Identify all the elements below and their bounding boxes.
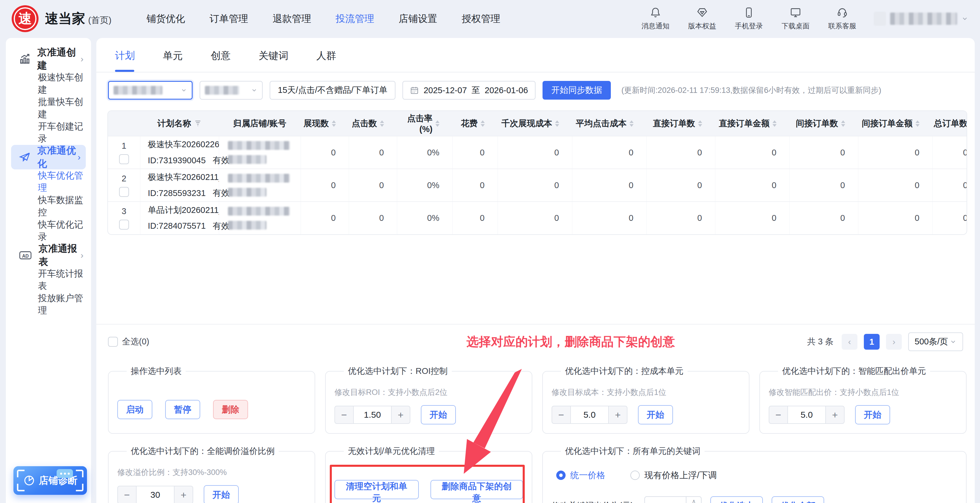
minus-button[interactable]: − — [334, 406, 354, 424]
sidebar-item-optimize-manage[interactable]: 快车优化管理 — [6, 169, 91, 194]
sidebar-item-express-create[interactable]: 极速快车创建 — [6, 71, 91, 96]
current-page[interactable]: 1 — [864, 334, 880, 350]
col-indirect-orders[interactable]: 间接订单数 — [789, 111, 858, 136]
cost-start-button[interactable]: 开始 — [638, 405, 673, 425]
page-size-select[interactable]: 500条/页 — [908, 332, 963, 351]
col-cpc[interactable]: 平均点击成本 — [572, 111, 646, 136]
smart-value[interactable]: 5.0 — [788, 406, 825, 424]
sidebar-item-optimize-records[interactable]: 快车优化记录 — [6, 219, 91, 243]
mobile-login-button[interactable]: 手机登录 — [735, 7, 763, 31]
spin-up-icon[interactable]: ∧ — [686, 497, 701, 503]
nav-item-orders[interactable]: 订单管理 — [210, 12, 248, 26]
roi-start-button[interactable]: 开始 — [421, 405, 456, 425]
app-logo[interactable]: 速 — [12, 5, 38, 32]
premium-start-button[interactable]: 开始 — [204, 485, 239, 503]
col-total-orders[interactable]: 总订单数 — [932, 111, 967, 136]
row-checkbox[interactable] — [119, 187, 129, 197]
nav-item-shop-settings[interactable]: 店铺设置 — [399, 12, 437, 26]
tab-keyword[interactable]: 关键词 — [259, 49, 288, 72]
metric-preset-button[interactable]: 15天/点击/不含赠品/下单订单 — [270, 81, 395, 100]
next-page-button[interactable]: › — [886, 334, 902, 350]
sidebar-item-batch-create[interactable]: 批量快车创建 — [6, 96, 91, 120]
col-indirect-amount[interactable]: 间接订单金额 — [858, 111, 932, 136]
plan-name[interactable]: 单品计划20260211_110... — [148, 204, 219, 216]
cell-ctr: 0% — [397, 136, 452, 169]
sidebar-group-jzt-create[interactable]: 京准通创建 › — [6, 47, 91, 71]
sidebar-group-jzt-optimize[interactable]: 京准通优化 › — [11, 145, 86, 169]
roi-value[interactable]: 1.50 — [354, 406, 391, 424]
radio-uniform-price[interactable]: 统一价格 — [552, 466, 610, 485]
plus-button[interactable]: + — [608, 406, 627, 424]
sidebar-item-create-records[interactable]: 开车创建记录 — [6, 120, 91, 145]
delete-offshelf-creatives-button[interactable]: 删除商品下架的创意 — [431, 480, 523, 499]
col-clicks[interactable]: 点击数 — [349, 111, 397, 136]
tab-unit[interactable]: 单元 — [163, 49, 183, 72]
status-label: 有效 — [213, 220, 230, 232]
shop-select[interactable] — [108, 81, 192, 100]
keyword-price-input[interactable]: 0.50 ∧ ∨ — [644, 496, 702, 503]
pause-button[interactable]: 暂停 — [165, 400, 200, 419]
sidebar-item-data-monitor[interactable]: 快车数据监控 — [6, 194, 91, 219]
sidebar-item-account-manage[interactable]: 投放账户管理 — [6, 292, 91, 317]
cell-cost: 0 — [452, 201, 498, 234]
col-plan-name[interactable]: 计划名称 — [140, 111, 219, 136]
plan-name[interactable]: 极速快车20260226_150... — [148, 139, 219, 150]
cell-total-orders: 0 — [932, 201, 967, 234]
nav-item-authorization[interactable]: 授权管理 — [462, 12, 500, 26]
col-direct-amount[interactable]: 直接订单金额 — [715, 111, 789, 136]
start-button[interactable]: 启动 — [117, 400, 152, 419]
minus-button[interactable]: − — [552, 406, 571, 424]
download-desktop-button[interactable]: 下载桌面 — [781, 7, 810, 31]
smart-start-button[interactable]: 开始 — [855, 405, 890, 425]
cell-cost: 0 — [452, 169, 498, 201]
radio-float-price[interactable]: 现有价格上浮/下调 — [630, 469, 717, 481]
sync-data-button[interactable]: 开始同步数据 — [542, 81, 611, 100]
minus-button[interactable]: − — [769, 406, 788, 424]
col-impressions[interactable]: 展现数 — [301, 111, 349, 136]
chevron-right-icon: › — [81, 54, 83, 64]
premium-value[interactable]: 30 — [137, 486, 174, 503]
plus-button[interactable]: + — [825, 406, 845, 424]
keyword-price-value[interactable]: 0.50 — [645, 497, 686, 503]
col-ctr[interactable]: 点击率(%) — [397, 111, 452, 136]
account-select[interactable] — [200, 81, 262, 100]
account-select-value-redacted — [205, 86, 239, 95]
select-all[interactable]: 全选(0) — [108, 336, 149, 348]
row-checkbox[interactable] — [119, 154, 129, 164]
clear-empty-plans-button[interactable]: 清理空计划和单元 — [334, 480, 419, 499]
nav-item-traffic[interactable]: 投流管理 — [336, 12, 374, 26]
col-cpm[interactable]: 千次展现成本 — [498, 111, 572, 136]
minus-button[interactable]: − — [117, 486, 137, 503]
cell-cpc: 0 — [572, 201, 646, 234]
panel-roi-control: 优化选中计划下：ROI控制 修改目标ROI：支持小数点后2位 − 1.50 + … — [325, 366, 532, 434]
contact-service-button[interactable]: 联系客服 — [828, 7, 856, 31]
delete-button[interactable]: 删除 — [213, 400, 248, 419]
row-checkbox[interactable] — [119, 220, 129, 230]
cell-indirect-orders: 0 — [789, 169, 858, 201]
plus-button[interactable]: + — [391, 406, 410, 424]
panel-title: 优化选中计划下：ROI控制 — [344, 366, 452, 377]
notifications-button[interactable]: 消息通知 — [641, 7, 670, 31]
col-cost[interactable]: 花费 — [452, 111, 498, 136]
select-all-checkbox[interactable] — [108, 337, 118, 347]
optimize-all-button[interactable]: 优化全部 — [772, 496, 824, 503]
tab-creative[interactable]: 创意 — [211, 49, 231, 72]
plus-button[interactable]: + — [174, 486, 193, 503]
prev-page-button[interactable]: ‹ — [842, 334, 858, 350]
tab-plan[interactable]: 计划 — [115, 49, 135, 72]
date-range-picker[interactable]: 2025-12-07 至 2026-01-06 — [402, 81, 536, 100]
account-menu[interactable] — [874, 12, 968, 26]
version-rights-button[interactable]: 版本权益 — [688, 7, 716, 31]
sidebar-item-drive-report[interactable]: 开车统计报表 — [6, 268, 91, 292]
plan-name[interactable]: 极速快车20260211_172... — [148, 171, 219, 183]
shop-diagnose-button[interactable]: 店铺诊断 — [13, 466, 87, 495]
optimize-selected-button[interactable]: 优化选中 — [710, 496, 763, 503]
col-direct-orders[interactable]: 直接订单数 — [646, 111, 715, 136]
panel-keywords: 优化选中计划下：所有单元的关键词 统一价格 现有价格上浮/下调 修改关键词出价为… — [542, 446, 967, 503]
tab-audience[interactable]: 人群 — [317, 49, 336, 72]
nav-item-goods[interactable]: 铺货优化 — [146, 12, 185, 26]
sidebar-group-jzt-report[interactable]: AD 京准通报表 › — [6, 243, 91, 268]
cost-value[interactable]: 5.0 — [571, 406, 608, 424]
sort-icon — [380, 120, 384, 127]
nav-item-refunds[interactable]: 退款管理 — [272, 12, 311, 26]
